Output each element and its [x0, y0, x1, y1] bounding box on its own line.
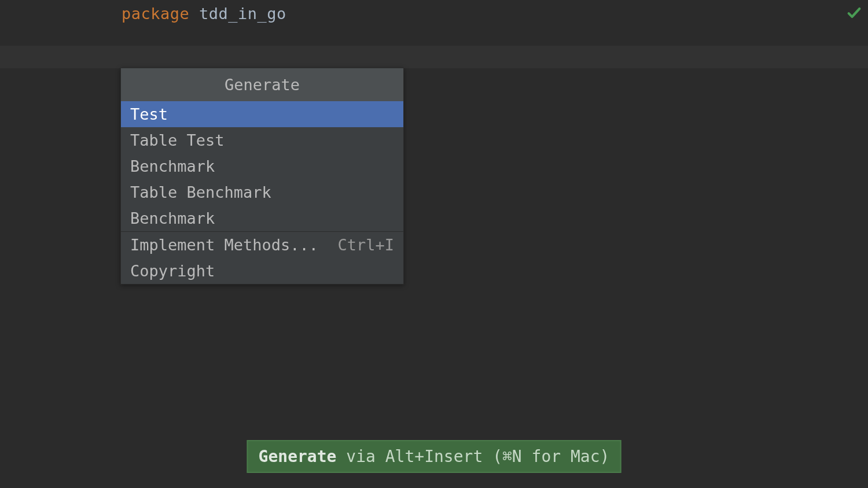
menu-item-label: Test	[130, 105, 168, 123]
code-line: package tdd_in_go	[122, 5, 286, 23]
identifier-package-name: tdd_in_go	[199, 5, 286, 23]
menu-item-shortcut: Ctrl+I	[337, 236, 394, 254]
editor-area[interactable]: package tdd_in_go Generate Test Table Te…	[0, 0, 868, 488]
checkmark-icon[interactable]	[846, 5, 862, 21]
menu-item-label: Benchmark	[130, 157, 215, 175]
popup-title: Generate	[121, 68, 403, 101]
menu-item-benchmark[interactable]: Benchmark	[121, 153, 403, 179]
generate-popup: Generate Test Table Test Benchmark Table…	[120, 68, 404, 284]
hint-bold: Generate	[259, 447, 337, 466]
keyword-package: package	[122, 5, 189, 23]
menu-item-table-benchmark[interactable]: Table Benchmark	[121, 179, 403, 205]
hint-banner: Generate via Alt+Insert (⌘N for Mac)	[247, 440, 621, 473]
menu-item-label: Benchmark	[130, 209, 215, 227]
menu-item-table-test[interactable]: Table Test	[121, 127, 403, 153]
menu-item-implement-methods[interactable]: Implement Methods... Ctrl+I	[121, 232, 403, 258]
menu-item-label: Copyright	[130, 262, 215, 280]
menu-item-copyright[interactable]: Copyright	[121, 258, 403, 284]
menu-item-label: Table Test	[130, 131, 225, 149]
current-line-highlight	[0, 46, 868, 68]
menu-item-benchmark-2[interactable]: Benchmark	[121, 205, 403, 231]
menu-item-label: Table Benchmark	[130, 183, 271, 201]
menu-item-label: Implement Methods...	[130, 236, 318, 254]
menu-item-test[interactable]: Test	[121, 101, 403, 127]
hint-rest: via Alt+Insert (⌘N for Mac)	[336, 447, 609, 466]
